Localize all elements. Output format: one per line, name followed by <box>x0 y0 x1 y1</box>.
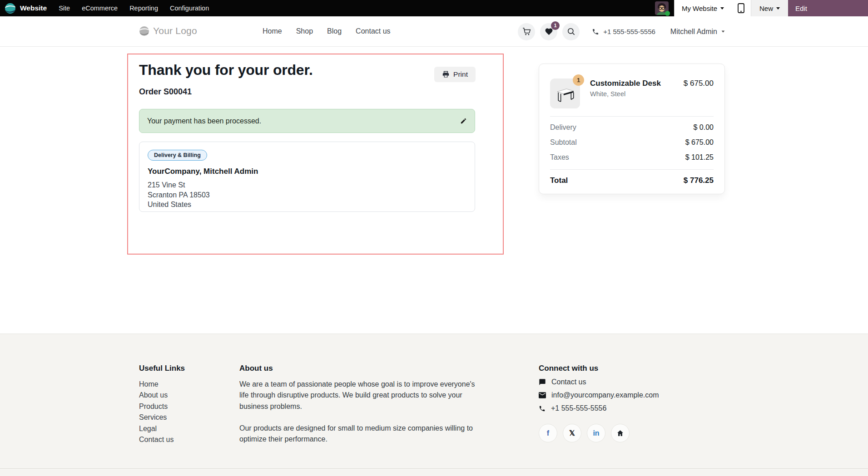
caret-down-icon <box>776 7 780 10</box>
wishlist-count-badge: 1 <box>551 21 560 30</box>
site-footer: Useful Links Home About us Products Serv… <box>0 334 868 476</box>
footer-column-title: Connect with us <box>539 364 734 373</box>
chat-icon <box>539 378 546 386</box>
site-logo-text: Your Logo <box>153 25 197 36</box>
linkedin-icon[interactable]: in <box>587 424 605 442</box>
product-image: 1 <box>550 79 580 108</box>
menu-configuration[interactable]: Configuration <box>170 5 209 12</box>
footer-connect: Connect with us Contact us info@yourcomp… <box>539 364 734 442</box>
caret-down-icon <box>720 7 724 10</box>
summary-row-subtotal: Subtotal $ 675.00 <box>550 138 714 147</box>
menu-reporting[interactable]: Reporting <box>129 5 158 12</box>
menu-ecommerce[interactable]: eCommerce <box>82 5 118 12</box>
summary-row-delivery: Delivery $ 0.00 <box>550 123 714 132</box>
product-price: $ 675.00 <box>684 75 714 88</box>
payment-alert: Your payment has been processed. <box>139 109 475 133</box>
page-title: Thank you for your order. <box>139 62 313 79</box>
x-icon[interactable]: 𝕏 <box>563 424 581 442</box>
divider <box>550 116 714 117</box>
divider <box>550 169 714 170</box>
footer-link-legal[interactable]: Legal <box>139 423 234 434</box>
desk-product-image <box>554 82 576 105</box>
header-phone-link[interactable]: +1 555-555-5556 <box>592 28 655 35</box>
user-avatar[interactable] <box>655 1 669 15</box>
address-line: Scranton PA 18503 <box>148 190 466 200</box>
facebook-icon[interactable]: f <box>539 424 557 442</box>
footer-link-home[interactable]: Home <box>139 379 234 390</box>
product-variant: White, Steel <box>590 90 674 98</box>
cart-icon <box>522 27 531 36</box>
search-icon <box>567 27 575 36</box>
caret-down-icon <box>722 30 725 32</box>
address-line: United States <box>148 200 466 210</box>
footer-link-about-us[interactable]: About us <box>139 390 234 401</box>
summary-row-taxes: Taxes $ 101.25 <box>550 153 714 162</box>
address-line: 215 Vine St <box>148 180 466 190</box>
phone-icon <box>592 28 599 35</box>
search-button[interactable] <box>562 23 580 40</box>
mobile-preview-button[interactable] <box>731 0 751 16</box>
cart-button[interactable] <box>518 23 535 40</box>
order-line-item: 1 Customizable Desk White, Steel $ 675.0… <box>550 75 714 108</box>
site-header: Your Logo Home Shop Blog Contact us 1 +1… <box>0 16 868 47</box>
product-name: Customizable Desk <box>590 79 674 88</box>
social-links: f 𝕏 in <box>539 424 734 442</box>
order-summary-card: 1 Customizable Desk White, Steel $ 675.0… <box>539 64 725 194</box>
backend-topbar: Website Site eCommerce Reporting Configu… <box>0 0 868 16</box>
quantity-badge: 1 <box>573 74 584 86</box>
summary-total-row: Total $ 776.25 <box>550 176 714 185</box>
new-button[interactable]: New <box>751 0 788 16</box>
edit-pencil-icon[interactable] <box>460 118 467 124</box>
online-status-dot <box>665 11 670 16</box>
total-label: Total <box>550 176 568 185</box>
connect-contact-us[interactable]: Contact us <box>539 378 734 386</box>
footer-link-contact-us[interactable]: Contact us <box>139 434 234 445</box>
website-app-icon <box>5 3 16 14</box>
print-icon <box>442 71 450 78</box>
phone-icon <box>539 405 546 412</box>
site-logo[interactable]: Your Logo <box>139 25 197 36</box>
header-phone-number: +1 555-555-5556 <box>603 28 655 35</box>
nav-contact-us[interactable]: Contact us <box>356 27 390 35</box>
address-name: YourCompany, Mitchell Admin <box>148 167 466 176</box>
edit-button[interactable]: Edit <box>788 0 868 16</box>
payment-alert-message: Your payment has been processed. <box>147 117 261 125</box>
app-name: Website <box>20 4 47 12</box>
order-reference: Order S00041 <box>139 87 192 97</box>
print-button[interactable]: Print <box>434 67 476 82</box>
about-paragraph: Our products are designed for small to m… <box>239 423 476 445</box>
email-icon <box>539 392 546 398</box>
connect-email[interactable]: info@yourcompany.example.com <box>539 391 734 399</box>
footer-link-products[interactable]: Products <box>139 401 234 412</box>
nav-home[interactable]: Home <box>263 27 282 35</box>
website-app-brand[interactable]: Website <box>5 3 47 14</box>
total-value: $ 776.25 <box>684 176 714 185</box>
site-logo-icon <box>139 26 149 36</box>
site-nav: Home Shop Blog Contact us <box>263 27 391 35</box>
wishlist-button[interactable]: 1 <box>540 23 557 40</box>
user-menu-dropdown[interactable]: Mitchell Admin <box>670 28 725 36</box>
nav-blog[interactable]: Blog <box>327 27 342 35</box>
connect-phone[interactable]: +1 555-555-5556 <box>539 404 734 412</box>
nav-shop[interactable]: Shop <box>296 27 313 35</box>
footer-useful-links: Useful Links Home About us Products Serv… <box>139 364 234 445</box>
menu-site[interactable]: Site <box>59 5 70 12</box>
order-confirmation-page: Thank you for your order. Order S00041 P… <box>0 47 868 334</box>
mobile-preview-icon <box>738 3 744 13</box>
delivery-billing-badge[interactable]: Delivery & Billing <box>148 150 207 161</box>
footer-column-title: Useful Links <box>139 364 234 373</box>
about-paragraph: We are a team of passionate people whose… <box>239 379 476 412</box>
delivery-billing-card: Delivery & Billing YourCompany, Mitchell… <box>139 142 475 212</box>
divider <box>0 468 868 469</box>
home-icon[interactable] <box>611 424 630 442</box>
footer-about: About us We are a team of passionate peo… <box>239 364 476 445</box>
footer-link-services[interactable]: Services <box>139 412 234 423</box>
my-website-dropdown[interactable]: My Website <box>675 5 731 12</box>
footer-column-title: About us <box>239 364 476 373</box>
